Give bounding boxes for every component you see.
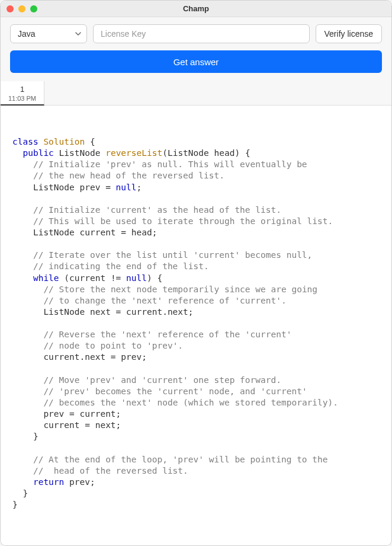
tab-timestamp: 11:03 PM: [1, 95, 44, 102]
window-title: Champ: [1, 4, 391, 13]
tabs-row: 1 11:03 PM: [1, 81, 391, 106]
license-key-input[interactable]: [93, 24, 310, 43]
get-answer-row: Get answer: [1, 50, 391, 81]
minimize-icon[interactable]: [18, 5, 25, 12]
maximize-icon[interactable]: [30, 5, 37, 12]
verify-license-button[interactable]: Verify license: [316, 24, 382, 43]
toolbar: Java Verify license: [1, 17, 391, 50]
close-icon[interactable]: [7, 5, 14, 12]
titlebar: Champ: [1, 1, 391, 17]
code-area[interactable]: class Solution { public ListNode reverse…: [1, 106, 391, 545]
tab-1[interactable]: 1 11:03 PM: [1, 81, 44, 106]
language-select-wrap: Java: [10, 24, 87, 43]
app-window: Champ Java Verify license Get answer 1 1…: [0, 0, 392, 546]
tab-number: 1: [1, 85, 44, 94]
language-select[interactable]: Java: [10, 24, 87, 43]
code-content: class Solution { public ListNode reverse…: [12, 136, 384, 510]
get-answer-button[interactable]: Get answer: [10, 50, 382, 73]
traffic-lights: [7, 5, 37, 12]
